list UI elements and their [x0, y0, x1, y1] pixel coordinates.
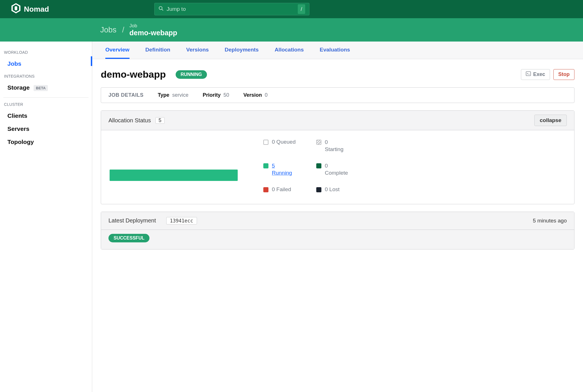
- svg-rect-5: [526, 72, 531, 76]
- svg-point-3: [159, 7, 162, 10]
- legend-starting-count: 0: [325, 139, 343, 146]
- page-body: demo-webapp RUNNING Exec Stop JOB D: [92, 59, 583, 392]
- legend-lost-label: Lost: [329, 186, 340, 192]
- brand[interactable]: Nomad: [11, 3, 49, 15]
- top-bar: Nomad /: [0, 0, 583, 18]
- content-area: Overview Definition Versions Deployments…: [92, 42, 583, 392]
- swatch-lost-icon: [316, 187, 321, 192]
- deployment-id: 13941ecc: [166, 217, 197, 224]
- job-priority-label: Priority: [203, 92, 221, 98]
- legend-complete-label: Complete: [325, 170, 348, 177]
- svg-line-4: [162, 9, 163, 11]
- sidebar-item-servers[interactable]: Servers: [3, 123, 89, 136]
- sidebar: WORKLOAD Jobs INTEGRATIONS Storage BETA …: [0, 42, 92, 392]
- page-title: demo-webapp: [101, 69, 166, 80]
- allocation-body: 0 Queued 0Starting 5Running 0Comple: [101, 130, 574, 204]
- swatch-starting-icon: [316, 140, 321, 145]
- tab-allocations[interactable]: Allocations: [275, 42, 304, 59]
- allocation-panel-head: Allocation Status 5 collapse: [101, 111, 574, 130]
- legend-running[interactable]: 5Running: [263, 162, 309, 176]
- collapse-button[interactable]: collapse: [534, 115, 567, 126]
- allocation-bar-chart: [110, 150, 238, 181]
- sidebar-heading-cluster: CLUSTER: [4, 102, 89, 107]
- breadcrumb-current: Job demo-webapp: [130, 23, 177, 37]
- page-header: demo-webapp RUNNING Exec Stop: [101, 69, 574, 80]
- stop-label: Stop: [558, 71, 570, 77]
- breadcrumb-separator: /: [122, 26, 124, 34]
- search-icon: [159, 6, 164, 12]
- legend-starting: 0Starting: [316, 139, 362, 153]
- allocation-status-panel: Allocation Status 5 collapse 0 Queued: [101, 110, 574, 204]
- deployment-title: Latest Deployment: [108, 217, 156, 224]
- svg-marker-2: [15, 6, 17, 11]
- sidebar-divider: [3, 97, 89, 98]
- swatch-complete-icon: [316, 163, 321, 168]
- swatch-queued-icon: [263, 140, 268, 145]
- tab-bar: Overview Definition Versions Deployments…: [92, 42, 583, 59]
- deployment-status-row: SUCCESSFUL: [101, 230, 574, 249]
- job-type-value: service: [172, 92, 188, 98]
- legend-queued: 0 Queued: [263, 139, 309, 153]
- tab-evaluations[interactable]: Evaluations: [320, 42, 350, 59]
- tab-overview[interactable]: Overview: [105, 42, 130, 59]
- job-version-label: Version: [243, 92, 262, 98]
- breadcrumb-bar: Jobs / Job demo-webapp: [0, 18, 583, 42]
- deployment-status-badge: SUCCESSFUL: [108, 234, 149, 242]
- legend-lost: 0 Lost: [316, 186, 362, 193]
- job-type-label: Type: [158, 92, 169, 98]
- allocation-title: Allocation Status: [108, 117, 151, 124]
- tab-deployments[interactable]: Deployments: [225, 42, 258, 59]
- sidebar-item-clients[interactable]: Clients: [3, 110, 89, 123]
- swatch-running-icon: [263, 163, 268, 168]
- legend-running-count: 5: [272, 163, 275, 169]
- legend-complete-count: 0: [325, 162, 348, 170]
- job-priority-value: 50: [223, 92, 229, 98]
- legend-queued-label: Queued: [276, 139, 296, 145]
- legend-lost-count: 0: [325, 186, 328, 192]
- legend-failed-count: 0: [272, 186, 275, 192]
- sidebar-heading-integrations: INTEGRATIONS: [4, 74, 89, 79]
- sidebar-item-label: Storage: [7, 84, 30, 91]
- stop-button[interactable]: Stop: [553, 69, 574, 80]
- sidebar-active-indicator: [91, 56, 92, 66]
- legend-failed: 0 Failed: [263, 186, 309, 193]
- deployment-panel-head: Latest Deployment 13941ecc 5 minutes ago: [101, 212, 574, 230]
- tab-versions[interactable]: Versions: [186, 42, 209, 59]
- job-details-panel: JOB DETAILS Type service Priority 50 Ver…: [101, 87, 574, 103]
- legend-failed-label: Failed: [276, 186, 291, 192]
- breadcrumb-root[interactable]: Jobs: [100, 26, 116, 34]
- legend-starting-label: Starting: [325, 146, 343, 153]
- search-input[interactable]: [167, 6, 295, 12]
- exec-label: Exec: [533, 71, 545, 77]
- global-search[interactable]: /: [154, 3, 309, 15]
- terminal-icon: [526, 71, 531, 77]
- sidebar-item-storage[interactable]: Storage BETA: [3, 82, 89, 95]
- legend-running-link[interactable]: 5Running: [272, 162, 292, 176]
- tab-definition[interactable]: Definition: [145, 42, 171, 59]
- breadcrumb-label: Job: [130, 23, 177, 29]
- legend-running-label: Running: [272, 170, 292, 176]
- job-type: Type service: [158, 92, 188, 98]
- allocation-legend: 0 Queued 0Starting 5Running 0Comple: [263, 139, 362, 193]
- legend-complete: 0Complete: [316, 162, 362, 176]
- swatch-failed-icon: [263, 187, 268, 192]
- job-version: Version 0: [243, 92, 268, 98]
- brand-name: Nomad: [24, 5, 49, 14]
- exec-button[interactable]: Exec: [521, 69, 550, 80]
- latest-deployment-panel: Latest Deployment 13941ecc 5 minutes ago…: [101, 212, 574, 249]
- nomad-logo-icon: [11, 3, 20, 15]
- search-shortcut-hint: /: [298, 4, 305, 14]
- deployment-timeago: 5 minutes ago: [533, 218, 567, 224]
- allocation-count: 5: [155, 117, 165, 124]
- sidebar-item-jobs[interactable]: Jobs: [3, 58, 89, 71]
- job-version-value: 0: [265, 92, 268, 98]
- sidebar-heading-workload: WORKLOAD: [4, 50, 89, 55]
- job-details-heading: JOB DETAILS: [108, 92, 143, 98]
- job-priority: Priority 50: [203, 92, 229, 98]
- status-badge: RUNNING: [176, 70, 207, 79]
- sidebar-item-topology[interactable]: Topology: [3, 136, 89, 149]
- beta-badge: BETA: [34, 85, 48, 91]
- breadcrumb-title: demo-webapp: [130, 29, 177, 37]
- allocation-bar-running: [110, 170, 238, 181]
- legend-queued-count: 0: [272, 139, 275, 145]
